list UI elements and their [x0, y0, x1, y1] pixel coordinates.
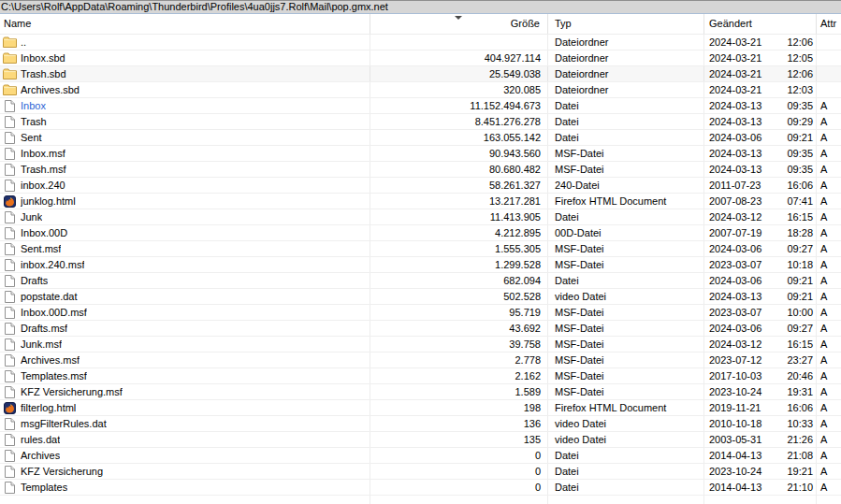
- file-name-label: Drafts: [21, 273, 48, 288]
- file-modified-cell: 2023-03-07 10:00: [704, 305, 817, 320]
- file-icon: [5, 307, 15, 319]
- file-icon: [5, 164, 15, 176]
- file-type-cell: MSF-Datei: [548, 305, 704, 320]
- file-row[interactable]: rules.dat 135 video Datei 2003-05-31 21:…: [0, 432, 841, 448]
- file-name-label: Archives.msf: [21, 353, 80, 367]
- file-row[interactable]: Drafts 682.094 Datei 2024-03-06 09:21 A: [0, 273, 841, 289]
- file-row[interactable]: Inbox.00D 4.212.895 00D-Datei 2007-07-19…: [0, 225, 841, 241]
- file-name-cell: filterlog.html: [0, 400, 370, 415]
- file-name-cell: KFZ Versicherung: [0, 464, 370, 479]
- file-modified-cell: 2024-03-13 09:35: [704, 98, 817, 113]
- file-attr-cell: A: [817, 368, 841, 383]
- file-modified-time: 09:35: [787, 98, 813, 113]
- file-modified-cell: 2024-03-21 12:03: [704, 82, 817, 97]
- file-attr-cell: A: [817, 321, 841, 336]
- file-row[interactable]: Trash.msf 80.680.482 MSF-Datei 2024-03-1…: [0, 162, 841, 178]
- file-row[interactable]: Junk.msf 39.758 MSF-Datei 2024-03-12 16:…: [0, 337, 841, 353]
- file-row[interactable]: junklog.html 13.217.281 Firefox HTML Doc…: [0, 194, 841, 209]
- file-type-cell: Datei: [548, 114, 704, 129]
- file-name-cell: Inbox: [0, 98, 370, 113]
- file-modified-time: 09:27: [787, 241, 813, 256]
- file-modified-time: 09:27: [787, 321, 813, 336]
- file-row[interactable]: Templates 0 Datei 2014-04-13 21:10 A: [0, 480, 841, 496]
- file-row[interactable]: Trash.sbd 25.549.038 Dateiordner 2024-03…: [0, 66, 841, 82]
- file-modified-cell: 2024-03-06 09:21: [704, 273, 817, 288]
- file-attr-cell: [817, 35, 841, 50]
- file-row[interactable]: Templates.msf 2.162 MSF-Datei 2017-10-03…: [0, 368, 841, 384]
- file-modified-date: 2024-03-21: [709, 66, 771, 81]
- file-name-label: inbox.240: [21, 178, 65, 193]
- file-row[interactable]: Sent.msf 1.555.305 MSF-Datei 2024-03-06 …: [0, 241, 841, 257]
- file-attr-cell: A: [817, 353, 841, 367]
- file-name-cell: Sent: [0, 130, 370, 145]
- file-attr-cell: A: [817, 194, 841, 209]
- file-size-cell: 8.451.276.278: [370, 114, 548, 129]
- file-name-cell: Sent.msf: [0, 241, 370, 256]
- file-row[interactable]: msgFilterRules.dat 136 video Datei 2010-…: [0, 416, 841, 432]
- file-type-cell: MSF-Datei: [548, 257, 704, 272]
- file-row[interactable]: Inbox.sbd 404.927.114 Dateiordner 2024-0…: [0, 50, 841, 66]
- file-row[interactable]: Trash 8.451.276.278 Datei 2024-03-13 09:…: [0, 114, 841, 130]
- file-icon: [5, 291, 15, 303]
- file-icon: [5, 482, 15, 494]
- file-modified-cell: 2024-03-13 09:35: [704, 146, 817, 161]
- file-size-cell: 198: [370, 400, 548, 415]
- file-modified-cell: 2014-04-13 21:10: [704, 480, 817, 495]
- file-modified-time: 12:06: [787, 35, 813, 50]
- file-modified-cell: 2024-03-12 16:15: [704, 209, 817, 224]
- file-attr-cell: A: [817, 480, 841, 495]
- file-size-cell: 11.152.494.673: [370, 98, 548, 113]
- file-modified-cell: 2024-03-12 16:15: [704, 337, 817, 352]
- address-bar[interactable]: C:\Users\Rolf\AppData\Roaming\Thunderbir…: [0, 0, 841, 14]
- file-row[interactable]: Inbox.00D.msf 95.719 MSF-Datei 2023-03-0…: [0, 305, 841, 321]
- file-row[interactable]: inbox.240.msf 1.299.528 MSF-Datei 2023-0…: [0, 257, 841, 273]
- file-modified-date: 2019-11-21: [709, 400, 771, 415]
- file-row[interactable]: inbox.240 58.261.327 240-Datei 2011-07-2…: [0, 178, 841, 194]
- file-modified-time: 21:26: [787, 432, 813, 447]
- file-row[interactable]: KFZ Versicherung.msf 1.589 MSF-Datei 202…: [0, 384, 841, 400]
- file-row[interactable]: Archives 0 Datei 2014-04-13 21:08 A: [0, 448, 841, 464]
- file-row[interactable]: popstate.dat 502.528 video Datei 2024-03…: [0, 289, 841, 305]
- file-modified-cell: 2024-03-06 09:27: [704, 241, 817, 256]
- column-header-attr[interactable]: Attr: [817, 14, 841, 34]
- file-icon: [5, 450, 15, 462]
- file-name-label: Inbox.msf: [21, 146, 65, 161]
- file-attr-cell: A: [817, 98, 841, 113]
- firefox-icon: [4, 402, 16, 414]
- file-type-cell: Datei: [548, 480, 704, 495]
- file-modified-date: 2024-03-13: [709, 98, 771, 113]
- file-size-cell: 135: [370, 432, 548, 447]
- file-modified-cell: 2007-08-23 07:41: [704, 194, 817, 209]
- current-path: C:\Users\Rolf\AppData\Roaming\Thunderbir…: [1, 1, 388, 12]
- file-attr-cell: A: [817, 257, 841, 272]
- file-modified-date: 2024-03-06: [709, 273, 771, 288]
- file-row[interactable]: KFZ Versicherung 0 Datei 2023-10-24 19:2…: [0, 464, 841, 480]
- file-row[interactable]: Archives.msf 2.778 MSF-Datei 2023-07-12 …: [0, 353, 841, 368]
- file-name-label: rules.dat: [21, 432, 60, 447]
- file-row[interactable]: Sent 163.055.142 Datei 2024-03-06 09:21 …: [0, 130, 841, 146]
- column-header-name[interactable]: Name: [0, 14, 370, 34]
- file-modified-time: 21:08: [787, 448, 813, 463]
- file-size-cell: 1.555.305: [370, 241, 548, 256]
- file-row[interactable]: Junk 11.413.905 Datei 2024-03-12 16:15 A: [0, 209, 841, 225]
- file-modified-cell: 2023-07-12 23:27: [704, 353, 817, 367]
- file-row[interactable]: Inbox 11.152.494.673 Datei 2024-03-13 09…: [0, 98, 841, 114]
- column-header-modified[interactable]: Geändert: [704, 14, 817, 34]
- file-row[interactable]: .. Dateiordner 2024-03-21 12:06: [0, 35, 841, 50]
- file-modified-date: 2007-07-19: [709, 225, 771, 240]
- file-modified-date: 2024-03-21: [709, 50, 771, 65]
- file-modified-date: 2024-03-06: [709, 241, 771, 256]
- file-type-cell: Datei: [548, 209, 704, 224]
- column-header-type[interactable]: Typ: [548, 14, 704, 34]
- file-icon: [5, 386, 15, 398]
- file-type-cell: Dateiordner: [548, 50, 704, 65]
- file-type-cell: video Datei: [548, 289, 704, 304]
- file-type-cell: MSF-Datei: [548, 162, 704, 177]
- file-attr-cell: A: [817, 337, 841, 352]
- file-row[interactable]: Drafts.msf 43.692 MSF-Datei 2024-03-06 0…: [0, 321, 841, 337]
- column-header-type-label: Typ: [555, 18, 572, 29]
- file-row[interactable]: filterlog.html 198 Firefox HTML Document…: [0, 400, 841, 416]
- file-row[interactable]: Archives.sbd 320.085 Dateiordner 2024-03…: [0, 82, 841, 98]
- file-name-label: Drafts.msf: [21, 321, 67, 336]
- file-row[interactable]: Inbox.msf 90.943.560 MSF-Datei 2024-03-1…: [0, 146, 841, 162]
